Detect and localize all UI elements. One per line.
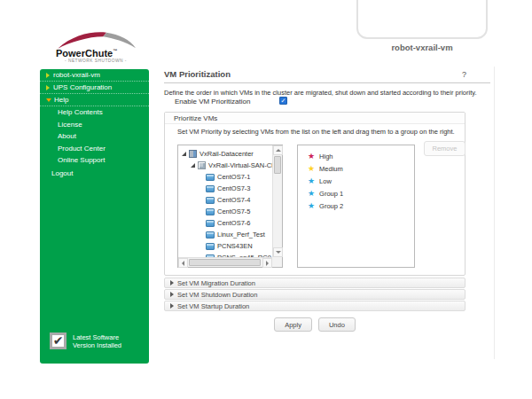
chevron-right-icon	[46, 73, 50, 78]
software-status-badge: Latest Software Version Installed	[50, 332, 121, 349]
group-item-medium[interactable]: Medium	[298, 162, 414, 175]
group-item-group1[interactable]: Group 1	[298, 187, 414, 200]
check-icon	[50, 332, 66, 349]
powerchute-logo: PowerChute™ - NETWORK SHUTDOWN -	[49, 30, 148, 63]
tree-node-label: CentOS7-4	[217, 196, 251, 204]
star-icon	[308, 165, 315, 173]
host-tab[interactable]	[356, 0, 488, 39]
sidebar-nav: robot-vxrail-vm UPS Configuration Help H…	[40, 69, 149, 364]
tree-expander-icon[interactable]	[191, 163, 195, 168]
tree-node-vm[interactable]: CentOS7-6	[178, 217, 272, 229]
remove-button[interactable]: Remove	[424, 141, 466, 156]
group-label: Group 1	[319, 190, 343, 198]
accordion-vm-startup-duration[interactable]: Set VM Startup Duration	[164, 301, 466, 311]
tree-node-label: CentOS7-3	[217, 184, 251, 192]
vm-icon	[206, 243, 215, 250]
chevron-down-icon	[46, 98, 51, 102]
logo-swoosh-icon	[52, 30, 141, 50]
chevron-right-icon	[46, 85, 50, 90]
vm-icon	[206, 185, 215, 192]
vm-icon	[206, 197, 215, 204]
sidebar-item-ups-configuration[interactable]: UPS Configuration	[40, 82, 149, 94]
tree-node-label: Linux_Perf_Test	[217, 231, 265, 239]
enable-vm-prioritization-checkbox[interactable]	[279, 97, 287, 105]
panel-title: Prioritize VMs	[165, 113, 465, 124]
host-tab-label: robot-vxrail-vm	[356, 43, 488, 52]
group-label: Group 2	[319, 202, 343, 210]
tree-node-datacenter[interactable]: VxRail-Datacenter	[178, 148, 272, 160]
star-icon	[308, 202, 315, 210]
content-edge-divider	[494, 66, 495, 359]
group-label: Medium	[319, 165, 343, 173]
powerchute-app: robot-vxrail-vm PowerChute™ - NETWORK SH…	[0, 0, 532, 399]
scroll-left-icon[interactable]	[178, 258, 188, 268]
sidebar-item-host[interactable]: robot-vxrail-vm	[40, 69, 149, 82]
logo-subtitle: - NETWORK SHUTDOWN -	[58, 59, 134, 63]
tree-node-vm[interactable]: PCNS43EN	[178, 240, 272, 252]
scroll-right-icon[interactable]	[262, 258, 272, 268]
cluster-icon	[198, 161, 206, 169]
sidebar-item-label: robot-vxrail-vm	[53, 69, 100, 82]
horizontal-scrollbar[interactable]	[178, 257, 272, 267]
sidebar-item-help-contents[interactable]: Help Contents	[40, 106, 149, 119]
vm-icon	[206, 208, 215, 215]
sidebar-item-logout[interactable]: Logout	[40, 168, 149, 180]
datacenter-icon	[189, 150, 197, 158]
chevron-right-icon	[170, 280, 174, 286]
action-buttons: Apply Undo	[164, 317, 466, 332]
group-item-group2[interactable]: Group 2	[298, 200, 414, 212]
vm-tree-content: VxRail-Datacenter VxRail-Virtual-SAN-Clu…	[178, 145, 272, 257]
vm-icon	[206, 220, 215, 227]
scroll-up-icon[interactable]	[273, 145, 283, 155]
vm-tree-list: VxRail-Datacenter VxRail-Virtual-SAN-Clu…	[177, 145, 283, 268]
star-icon	[308, 190, 315, 198]
vm-icon	[206, 174, 215, 181]
horizontal-scroll-thumb[interactable]	[189, 259, 261, 266]
tree-node-cluster[interactable]: VxRail-Virtual-SAN-Cluste	[178, 160, 272, 171]
scrollbar-corner	[272, 257, 282, 267]
star-icon	[308, 153, 315, 160]
sidebar-item-about[interactable]: About	[40, 130, 149, 143]
prioritize-vms-panel: Prioritize VMs Set VM Priority by select…	[164, 112, 466, 276]
priority-groups-list: High Medium Low Group 1 Group 2	[297, 145, 415, 268]
page-description: Define the order in which VMs in the clu…	[164, 89, 477, 97]
tree-node-vm[interactable]: CentOS7-1	[178, 171, 272, 183]
group-label: High	[319, 153, 332, 160]
vm-icon	[206, 231, 215, 239]
accordion-label: Set VM Startup Duration	[177, 302, 249, 310]
accordion-vm-migration-duration[interactable]: Set VM Migration Duration	[164, 278, 466, 288]
tree-node-vm[interactable]: CentOS7-4	[178, 194, 272, 206]
sidebar-item-help[interactable]: Help	[40, 94, 149, 106]
group-label: Low	[319, 177, 332, 185]
undo-button[interactable]: Undo	[318, 317, 356, 332]
accordion-label: Set VM Migration Duration	[177, 279, 255, 287]
help-link[interactable]: ?	[462, 70, 466, 79]
page-title: VM Prioritization	[164, 69, 231, 79]
group-item-low[interactable]: Low	[298, 175, 414, 187]
accordion-vm-shutdown-duration[interactable]: Set VM Shutdown Duration	[164, 289, 466, 300]
sidebar-item-product-center[interactable]: Product Center	[40, 143, 149, 155]
tree-node-label: CentOS7-5	[217, 207, 251, 215]
software-status-text: Latest Software Version Installed	[73, 333, 121, 349]
vertical-scrollbar[interactable]	[272, 145, 282, 257]
tree-expander-icon[interactable]	[182, 152, 186, 156]
tree-node-vm[interactable]: CentOS7-5	[178, 206, 272, 217]
tree-node-label: VxRail-Virtual-SAN-Cluste	[208, 161, 272, 169]
accordion-label: Set VM Shutdown Duration	[177, 291, 257, 299]
tree-node-vm[interactable]: Linux_Perf_Test	[178, 229, 272, 240]
tree-node-vm[interactable]: CentOS7-3	[178, 183, 272, 194]
tree-node-label: PCNS43EN	[217, 242, 253, 250]
sidebar-item-label: Help	[54, 94, 68, 106]
panel-instruction: Set VM Priority by selecting VMs from th…	[177, 128, 461, 137]
group-item-high[interactable]: High	[298, 150, 414, 162]
tree-node-label: CentOS7-6	[217, 219, 251, 227]
enable-vm-prioritization-label: Enable VM Prioritization	[175, 98, 250, 106]
scroll-down-icon[interactable]	[273, 247, 283, 257]
sidebar-item-online-support[interactable]: Online Support	[40, 154, 149, 167]
apply-button[interactable]: Apply	[274, 317, 312, 332]
tree-node-label: VxRail-Datacenter	[200, 150, 254, 158]
star-icon	[308, 177, 315, 185]
sidebar-item-license[interactable]: License	[40, 119, 149, 131]
logo-brand: PowerChute™	[56, 48, 148, 59]
vertical-scroll-thumb[interactable]	[274, 156, 281, 174]
